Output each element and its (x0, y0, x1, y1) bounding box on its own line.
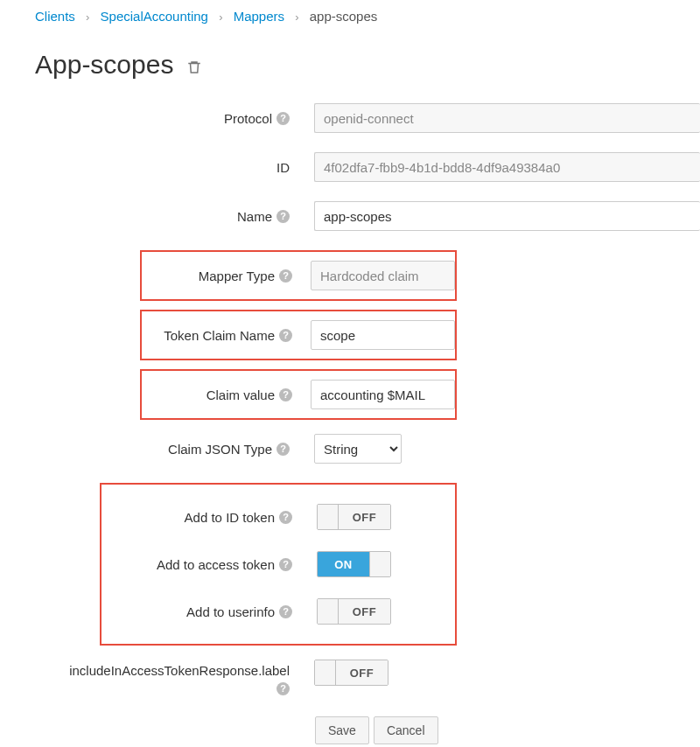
cancel-button[interactable]: Cancel (374, 716, 438, 744)
input-protocol (314, 103, 700, 133)
help-icon[interactable]: ? (276, 443, 290, 456)
input-claim-value[interactable] (311, 380, 455, 409)
row-id: ID (0, 152, 700, 182)
row-include-access-token-response: includeInAccessTokenResponse.label ? OFF (0, 660, 700, 695)
help-icon[interactable]: ? (279, 388, 292, 401)
label-add-id-token: Add to ID token ? (102, 510, 304, 525)
label-add-access-token-text: Add to access token (157, 557, 275, 572)
toggle-include-access-token-response[interactable]: OFF (314, 660, 388, 686)
label-protocol: Protocol ? (0, 111, 302, 126)
label-name-text: Name (237, 209, 272, 224)
label-add-userinfo: Add to userinfo ? (102, 604, 304, 619)
input-token-claim-name[interactable] (311, 320, 455, 350)
help-icon[interactable]: ? (279, 511, 292, 524)
form-buttons: Save Cancel (315, 716, 700, 744)
label-include-access-token-response: includeInAccessTokenResponse.label ? (0, 660, 302, 695)
trash-icon[interactable] (186, 52, 202, 81)
breadcrumb-sep: › (295, 10, 298, 24)
label-add-userinfo-text: Add to userinfo (186, 604, 275, 619)
help-icon[interactable]: ? (276, 210, 290, 223)
label-add-access-token: Add to access token ? (102, 557, 304, 572)
label-include-access-token-response-text: includeInAccessTokenResponse.label (0, 663, 290, 678)
input-id (314, 152, 700, 182)
toggle-handle (318, 505, 339, 529)
help-icon[interactable]: ? (279, 605, 292, 618)
label-token-claim-name-text: Token Claim Name (164, 328, 275, 343)
breadcrumb-clients[interactable]: Clients (35, 9, 75, 24)
label-mapper-type-text: Mapper Type (199, 269, 275, 283)
label-claim-value-text: Claim value (206, 387, 275, 402)
label-protocol-text: Protocol (224, 111, 272, 126)
label-claim-json-type: Claim JSON Type ? (0, 442, 302, 457)
toggle-label: OFF (339, 505, 390, 529)
highlight-token-claim-name: Token Claim Name ? (140, 310, 457, 360)
label-claim-value: Claim value ? (142, 387, 304, 402)
row-protocol: Protocol ? (0, 103, 700, 133)
breadcrumb-sep: › (86, 10, 89, 24)
help-icon[interactable]: ? (276, 682, 290, 695)
toggle-add-userinfo[interactable]: OFF (317, 598, 391, 625)
label-id: ID (0, 160, 302, 175)
toggle-handle (318, 599, 339, 624)
select-claim-json-type[interactable]: String (314, 434, 402, 464)
breadcrumb-current: app-scopes (310, 9, 378, 24)
help-icon[interactable]: ? (276, 112, 290, 125)
form: Protocol ? ID Name ? Mapper Type ? (0, 103, 700, 744)
highlight-token-toggles: Add to ID token ? OFF Add to access toke… (100, 483, 457, 646)
help-icon[interactable]: ? (279, 558, 292, 571)
label-id-text: ID (276, 160, 290, 175)
input-name[interactable] (314, 201, 700, 231)
help-icon[interactable]: ? (279, 269, 292, 283)
page-title-text: App-scopes (35, 50, 173, 79)
breadcrumb-special-accounting[interactable]: SpecialAccounting (101, 9, 208, 24)
toggle-add-access-token[interactable]: ON (317, 551, 391, 577)
input-mapper-type (311, 261, 455, 290)
label-claim-json-type-text: Claim JSON Type (168, 442, 272, 457)
highlight-claim-value: Claim value ? (140, 369, 457, 420)
row-claim-json-type: Claim JSON Type ? String (0, 434, 700, 464)
save-button[interactable]: Save (315, 716, 369, 744)
breadcrumb: Clients › SpecialAccounting › Mappers › … (0, 9, 700, 24)
toggle-label: OFF (336, 660, 388, 685)
toggle-handle (369, 552, 390, 576)
toggle-label: OFF (339, 599, 390, 624)
toggle-add-id-token[interactable]: OFF (317, 504, 391, 530)
label-add-id-token-text: Add to ID token (185, 510, 275, 525)
breadcrumb-sep: › (219, 10, 222, 24)
toggle-label: ON (318, 552, 369, 576)
page-title: App-scopes (0, 24, 700, 103)
highlight-mapper-type: Mapper Type ? (140, 250, 457, 301)
label-token-claim-name: Token Claim Name ? (142, 328, 304, 343)
breadcrumb-mappers[interactable]: Mappers (234, 9, 284, 24)
label-name: Name ? (0, 209, 302, 224)
toggle-handle (315, 660, 336, 685)
help-icon[interactable]: ? (279, 329, 292, 342)
label-mapper-type: Mapper Type ? (142, 269, 304, 283)
row-name: Name ? (0, 201, 700, 231)
